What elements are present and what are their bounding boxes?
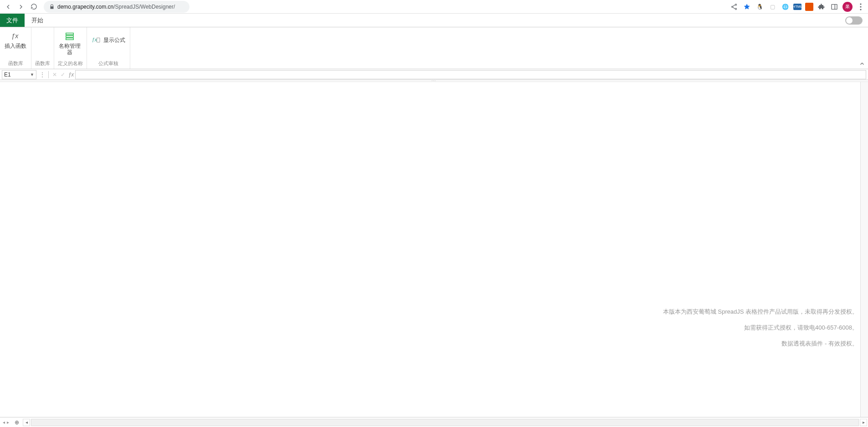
vertical-scrollbar[interactable] <box>860 82 868 417</box>
ext-icon-2[interactable]: ▢ <box>768 2 777 11</box>
ribbon-group-insertfn: ƒx 插入函数 函数库 <box>0 27 31 69</box>
svg-text:ƒx: ƒx <box>92 37 97 42</box>
show-formulas-icon: ƒx <box>92 36 101 44</box>
forward-button[interactable] <box>15 1 26 12</box>
name-box[interactable]: E1▼ <box>2 70 36 79</box>
license-line-3: 数据透视表插件 - 有效授权。 <box>781 337 858 351</box>
svg-rect-10 <box>66 38 74 40</box>
kebab-menu-icon[interactable] <box>856 2 865 11</box>
svg-rect-3 <box>832 4 837 9</box>
fb-more-icon[interactable]: ⋮ <box>38 71 46 78</box>
blank-area <box>0 82 860 417</box>
tab-nav: ◂ ▸ <box>0 420 12 425</box>
scroll-right-button[interactable]: ▸ <box>860 419 867 426</box>
horizontal-scrollbar[interactable]: ◂ ▸ <box>22 419 868 426</box>
url-host: demo.grapecity.com.cn/SpreadJS/WebDesign… <box>57 4 175 10</box>
ribbon-tab-0[interactable]: 开始 <box>25 14 50 27</box>
svg-text:ƒx: ƒx <box>11 32 19 40</box>
scroll-left-button[interactable]: ◂ <box>23 419 30 426</box>
fx-icon: ƒx <box>10 30 20 42</box>
svg-point-2 <box>735 8 737 10</box>
cancel-formula-icon[interactable]: ✕ <box>51 71 59 78</box>
license-line-1: 本版本为西安葡萄城 SpreadJS 表格控件产品试用版，未取得再分发授权。 <box>663 305 858 319</box>
svg-point-5 <box>860 6 861 7</box>
insert-function-button[interactable]: ƒx 插入函数 <box>4 29 27 50</box>
ribbon: ƒx 插入函数 函数库 函数库 名称管理 器 定义的名称 ƒx 显示公式 公式审… <box>0 27 868 69</box>
collapse-ribbon-icon[interactable] <box>859 61 865 67</box>
ext-icon-1[interactable]: 🐧 <box>755 2 764 11</box>
theme-toggle[interactable] <box>845 14 868 27</box>
svg-point-0 <box>732 6 733 7</box>
lock-icon <box>49 4 55 10</box>
chevron-down-icon: ▼ <box>30 72 34 77</box>
group-label: 函数库 <box>4 59 27 69</box>
svg-point-6 <box>860 9 861 10</box>
side-panel-icon[interactable] <box>830 2 839 11</box>
name-manager-button[interactable]: 名称管理 器 <box>58 29 82 56</box>
svg-rect-8 <box>66 33 74 35</box>
license-line-2: 如需获得正式授权，请致电400-657-6008。 <box>744 321 858 335</box>
extensions-icon[interactable] <box>817 2 826 11</box>
svg-rect-9 <box>66 36 74 37</box>
formula-input[interactable] <box>75 70 866 79</box>
ribbon-group-audit: ƒx 显示公式 公式审核 <box>87 27 130 69</box>
reload-button[interactable] <box>28 1 39 12</box>
ext-icon-5[interactable] <box>805 3 813 11</box>
first-sheet-button[interactable]: ◂ <box>3 420 5 425</box>
svg-point-1 <box>735 4 737 5</box>
ext-icon-3[interactable]: 🌐 <box>781 2 790 11</box>
svg-point-4 <box>860 3 861 5</box>
browser-actions: 🐧 ▢ 🌐 HTML 果 <box>730 2 865 12</box>
file-tab[interactable]: 文件 <box>0 14 25 27</box>
profile-avatar[interactable]: 果 <box>842 2 853 12</box>
fx-icon[interactable]: ƒx <box>67 71 75 78</box>
bookmark-star-icon[interactable] <box>742 2 751 11</box>
show-formulas-button[interactable]: ƒx 显示公式 <box>91 29 126 45</box>
address-bar[interactable]: demo.grapecity.com.cn/SpreadJS/WebDesign… <box>44 1 189 13</box>
group-label: 定义的名称 <box>58 59 83 69</box>
share-icon[interactable] <box>730 2 739 11</box>
back-button[interactable] <box>3 1 14 12</box>
ribbon-group-names: 名称管理 器 定义的名称 <box>54 27 87 69</box>
group-label: 函数库 <box>35 59 50 69</box>
last-sheet-button[interactable]: ▸ <box>7 420 9 425</box>
sheet-area: 本版本为西安葡萄城 SpreadJS 表格控件产品试用版，未取得再分发授权。 如… <box>0 82 868 417</box>
ext-icon-4[interactable]: HTML <box>793 4 802 10</box>
ribbon-group-funclib: 函数库 <box>31 27 54 69</box>
group-label: 公式审核 <box>91 59 126 69</box>
enter-formula-icon[interactable]: ✓ <box>59 71 67 78</box>
browser-chrome: demo.grapecity.com.cn/SpreadJS/WebDesign… <box>0 0 868 14</box>
ribbon-tabs: 文件 开始 <box>0 14 868 27</box>
name-manager-icon <box>65 30 75 42</box>
sheet-tab-bar: ◂ ▸ ⊕ ◂ ▸ <box>0 417 868 427</box>
add-sheet-button[interactable]: ⊕ <box>12 419 22 426</box>
